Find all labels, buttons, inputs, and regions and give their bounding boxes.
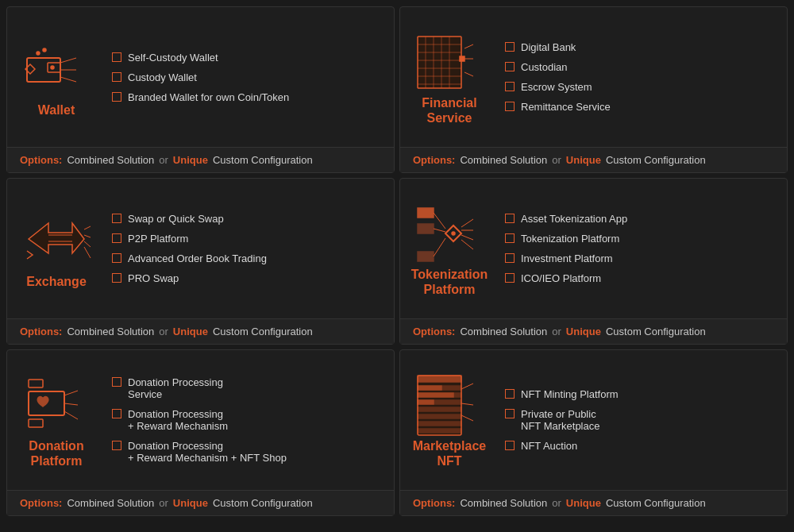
- footer-combined: Combined Solution: [67, 154, 154, 166]
- svg-line-27: [84, 226, 91, 229]
- feature-checkbox: [112, 273, 121, 283]
- svg-rect-54: [418, 407, 461, 411]
- svg-rect-0: [27, 58, 60, 82]
- svg-line-30: [84, 247, 91, 258]
- feature-label: Tokenization Platform: [521, 233, 619, 245]
- card-footer: Options: Combined Solution or Unique Cus…: [7, 490, 394, 515]
- card-exchange: Exchange Swap or Quick Swap P2P Platform…: [6, 178, 395, 345]
- feature-label: Donation Processing+ Reward Mechanism: [128, 408, 228, 432]
- feature-checkbox: [505, 273, 515, 283]
- svg-line-63: [461, 415, 473, 421]
- icon-area: Exchange: [17, 207, 96, 289]
- feature-item: P2P Platform: [112, 233, 384, 245]
- feature-checkbox: [112, 52, 121, 62]
- feature-item: PRO Swap: [112, 272, 384, 284]
- footer-options-label: Options:: [20, 326, 62, 337]
- svg-line-8: [60, 77, 76, 82]
- footer-options-label: Options:: [413, 154, 455, 166]
- svg-line-28: [84, 235, 91, 237]
- icon-area: DonationPlatform: [17, 372, 96, 468]
- feature-item: Escrow System: [505, 81, 777, 93]
- card-wallet: Wallet Self-Custody Wallet Custody Walle…: [6, 6, 395, 173]
- features-list: NFT Minting Platform Private or PublicNF…: [497, 388, 777, 452]
- svg-rect-60: [418, 400, 434, 404]
- feature-item: Custodian: [505, 61, 777, 73]
- svg-line-41: [434, 229, 445, 232]
- svg-line-21: [464, 44, 473, 48]
- card-footer: Options: Combined Solution or Unique Cus…: [400, 490, 787, 515]
- svg-line-46: [64, 391, 78, 395]
- feature-label: P2P Platform: [128, 233, 188, 245]
- features-list: Swap or Quick Swap P2P Platform Advanced…: [104, 213, 384, 284]
- svg-line-39: [461, 240, 473, 249]
- card-body: Exchange Swap or Quick Swap P2P Platform…: [7, 179, 394, 318]
- icon-area: MarketplaceNFT: [410, 372, 489, 468]
- feature-checkbox: [112, 377, 121, 387]
- svg-rect-32: [418, 224, 434, 233]
- feature-label: Asset Tokenization App: [521, 213, 627, 225]
- feature-checkbox: [505, 409, 515, 418]
- svg-rect-33: [418, 252, 434, 261]
- footer-unique: Unique: [173, 154, 208, 166]
- feature-checkbox: [112, 92, 121, 102]
- footer-unique: Unique: [173, 326, 208, 337]
- feature-label: Escrow System: [521, 81, 592, 93]
- feature-item: Branded Wallet for own Coin/Token: [112, 91, 384, 103]
- feature-label: Custody Wallet: [128, 71, 197, 83]
- feature-checkbox: [505, 42, 515, 52]
- footer-options-label: Options:: [20, 154, 62, 166]
- feature-label: Advanced Order Book Trading: [128, 253, 267, 264]
- feature-label: Donation ProcessingService: [128, 376, 223, 400]
- feature-label: Self-Custody Wallet: [128, 52, 218, 64]
- footer-unique: Unique: [566, 326, 601, 337]
- feature-checkbox: [505, 253, 515, 263]
- feature-item: Self-Custody Wallet: [112, 52, 384, 64]
- footer-unique: Unique: [566, 497, 601, 509]
- footer-custom: Custom Configuration: [213, 154, 313, 166]
- svg-rect-50: [418, 376, 461, 382]
- svg-rect-45: [29, 419, 43, 427]
- icon-area: FinancialService: [410, 29, 489, 125]
- footer-or: or: [159, 326, 168, 337]
- footer-options-label: Options:: [413, 497, 455, 509]
- svg-line-6: [60, 58, 76, 63]
- card-donation: DonationPlatform Donation ProcessingServ…: [6, 349, 395, 516]
- footer-combined: Combined Solution: [460, 154, 547, 166]
- footer-custom: Custom Configuration: [606, 154, 706, 166]
- svg-line-40: [434, 213, 445, 229]
- feature-label: NFT Minting Platform: [521, 388, 619, 400]
- feature-checkbox: [112, 409, 121, 418]
- svg-point-5: [43, 48, 46, 52]
- feature-checkbox: [112, 233, 121, 243]
- footer-or: or: [552, 497, 561, 509]
- svg-point-2: [51, 66, 54, 69]
- feature-item: Advanced Order Book Trading: [112, 253, 384, 264]
- feature-checkbox: [505, 62, 515, 71]
- feature-item: NFT Minting Platform: [505, 388, 777, 400]
- svg-rect-56: [418, 422, 461, 426]
- features-list: Asset Tokenization App Tokenization Plat…: [497, 213, 777, 284]
- feature-label: Custodian: [521, 61, 568, 73]
- feature-label: Private or PublicNFT Marketplace: [521, 408, 599, 432]
- card-body: MarketplaceNFT NFT Minting Platform Priv…: [400, 350, 787, 490]
- feature-checkbox: [112, 441, 121, 450]
- card-footer: Options: Combined Solution or Unique Cus…: [7, 318, 394, 344]
- feature-checkbox: [505, 233, 515, 243]
- footer-combined: Combined Solution: [460, 497, 547, 509]
- feature-checkbox: [505, 214, 515, 223]
- svg-line-48: [64, 411, 78, 419]
- svg-point-35: [452, 232, 455, 235]
- svg-rect-58: [418, 386, 441, 390]
- feature-checkbox: [112, 72, 121, 82]
- feature-item: NFT Auction: [505, 440, 777, 452]
- feature-item: Tokenization Platform: [505, 233, 777, 245]
- svg-rect-31: [418, 208, 434, 218]
- footer-combined: Combined Solution: [67, 497, 154, 509]
- icon-area: Wallet: [17, 36, 96, 118]
- feature-item: Digital Bank: [505, 41, 777, 53]
- feature-label: Donation Processing+ Reward Mechanism + …: [128, 440, 287, 464]
- feature-checkbox: [505, 102, 515, 111]
- footer-combined: Combined Solution: [67, 326, 154, 337]
- svg-rect-20: [460, 56, 464, 61]
- svg-rect-59: [418, 393, 453, 397]
